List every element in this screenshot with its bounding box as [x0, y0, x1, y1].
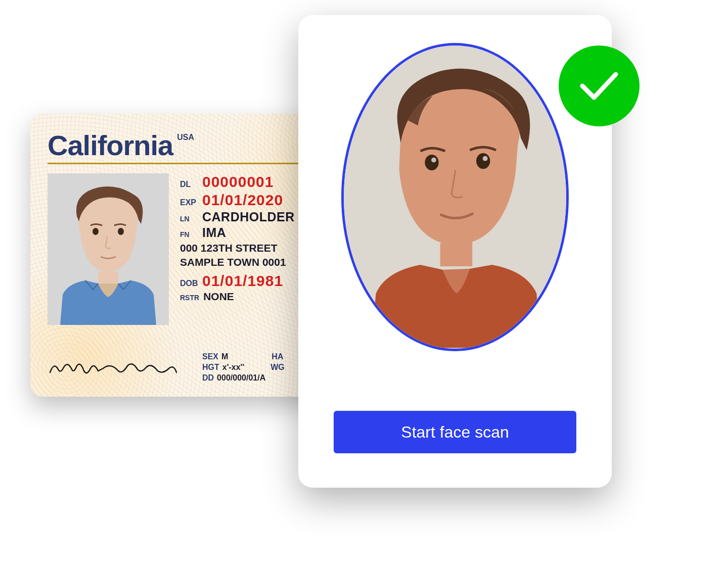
success-check-badge: [559, 45, 640, 126]
face-scan-card: Start face scan: [298, 15, 612, 488]
ha-label: HA: [271, 352, 283, 361]
dl-label: DL: [180, 180, 198, 189]
svg-point-7: [483, 156, 488, 161]
svg-point-4: [425, 155, 438, 170]
hgt-label: HGT: [202, 363, 219, 372]
hgt-value: x'-xx'': [222, 363, 244, 372]
last-name: CARDHOLDER: [202, 210, 295, 224]
exp-date: 01/01/2020: [202, 192, 283, 209]
sex-label: SEX: [202, 352, 218, 361]
dl-number: 00000001: [202, 173, 274, 191]
rstr-value: NONE: [203, 291, 234, 303]
dob-value: 01/01/1981: [202, 272, 283, 290]
fn-label: FN: [180, 230, 198, 239]
dd-value: 000/000/01/A: [217, 373, 265, 383]
country-code: USA: [177, 133, 194, 142]
sex-value: M: [221, 352, 228, 361]
divider-line: [48, 163, 310, 164]
state-name: California: [48, 129, 173, 162]
photo-placeholder-icon: [48, 173, 169, 325]
exp-label: EXP: [180, 198, 198, 207]
face-scan-oval: [341, 43, 569, 351]
dob-label: DOB: [180, 279, 198, 288]
svg-point-5: [476, 153, 490, 169]
ln-label: LN: [180, 215, 198, 223]
svg-point-6: [431, 158, 436, 163]
dd-label: DD: [202, 373, 214, 383]
svg-point-1: [93, 228, 99, 235]
face-placeholder-icon: [344, 45, 566, 349]
checkmark-icon: [576, 68, 622, 104]
rstr-label: RSTR: [180, 294, 199, 302]
signature-row: [48, 358, 179, 378]
license-photo: [48, 173, 169, 325]
first-name: IMA: [202, 225, 226, 240]
svg-point-2: [118, 228, 124, 235]
scan-button-label: Start face scan: [401, 423, 509, 442]
license-bottom-details: SEX M HA HGT x'-xx'' WG DD 000/000/01/A: [202, 352, 285, 383]
wg-label: WG: [270, 363, 285, 372]
signature-icon: [48, 358, 179, 378]
start-face-scan-button[interactable]: Start face scan: [334, 411, 576, 453]
